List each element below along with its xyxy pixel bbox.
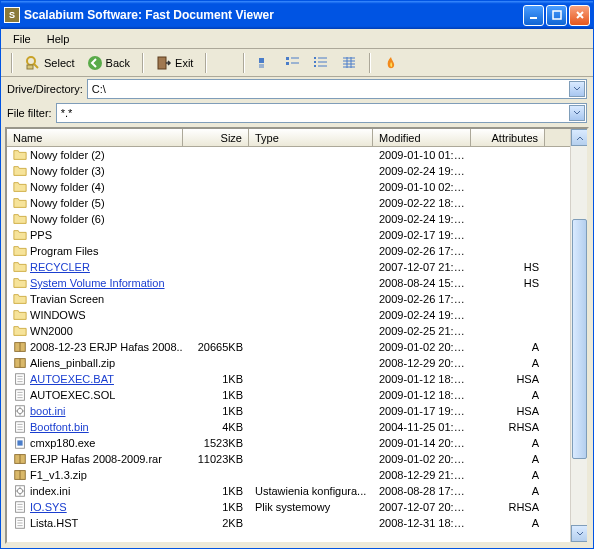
file-type: Ustawienia konfigura... — [249, 485, 373, 497]
details-icon — [341, 55, 357, 71]
drive-label: Drive/Directory: — [7, 83, 83, 95]
file-name: Aliens_pinball.zip — [30, 357, 115, 369]
file-modified: 2009-01-02 20:2... — [373, 453, 471, 465]
file-modified: 2008-12-29 20:5... — [373, 357, 471, 369]
table-row[interactable]: boot.ini1KB2009-01-17 19:0...HSA — [7, 403, 587, 419]
file-icon — [13, 388, 27, 402]
file-modified: 2009-01-10 01:2... — [373, 149, 471, 161]
table-row[interactable]: WN20002009-02-25 21:4... — [7, 323, 587, 339]
scroll-thumb[interactable] — [572, 219, 587, 459]
svg-rect-0 — [530, 17, 537, 19]
file-icon — [13, 404, 27, 418]
file-name: AUTOEXEC.SOL — [30, 389, 115, 401]
column-type[interactable]: Type — [249, 129, 373, 146]
file-icon — [13, 228, 27, 242]
table-row[interactable]: Nowy folder (5)2009-02-22 18:1... — [7, 195, 587, 211]
svg-rect-7 — [286, 57, 289, 60]
drive-dropdown-button[interactable] — [569, 81, 585, 97]
file-name: Nowy folder (3) — [30, 165, 105, 177]
table-row[interactable]: Bootfont.bin4KB2004-11-25 01:0...RHSA — [7, 419, 587, 435]
table-row[interactable]: Nowy folder (6)2009-02-24 19:1... — [7, 211, 587, 227]
table-row[interactable]: Aliens_pinball.zip2008-12-29 20:5...A — [7, 355, 587, 371]
vertical-scrollbar[interactable] — [570, 129, 587, 542]
svg-rect-5 — [158, 57, 166, 69]
view-list-button[interactable] — [309, 53, 333, 73]
table-row[interactable]: System Volume Information2008-08-24 15:1… — [7, 275, 587, 291]
table-row[interactable]: RECYCLER2007-12-07 21:2...HS — [7, 259, 587, 275]
table-row[interactable]: index.ini1KBUstawienia konfigura...2008-… — [7, 483, 587, 499]
file-attributes: A — [471, 517, 545, 529]
file-size: 20665KB — [183, 341, 249, 353]
column-size[interactable]: Size — [183, 129, 249, 146]
table-row[interactable]: cmxp180.exe1523KB2009-01-14 20:4...A — [7, 435, 587, 451]
app-window: S Scalabium Software: Fast Document View… — [0, 0, 594, 549]
column-attributes[interactable]: Attributes — [471, 129, 545, 146]
file-name: System Volume Information — [30, 277, 165, 289]
file-modified: 2009-01-02 20:2... — [373, 341, 471, 353]
file-icon — [13, 484, 27, 498]
file-attributes: HS — [471, 277, 545, 289]
table-row[interactable]: IO.SYS1KBPlik systemowy2007-12-07 20:2..… — [7, 499, 587, 515]
scroll-down-button[interactable] — [571, 525, 588, 542]
app-icon: S — [4, 7, 20, 23]
file-modified: 2009-01-10 02:0... — [373, 181, 471, 193]
minimize-button[interactable] — [523, 5, 544, 26]
maximize-button[interactable] — [546, 5, 567, 26]
column-modified[interactable]: Modified — [373, 129, 471, 146]
table-row[interactable]: WINDOWS2009-02-24 19:3... — [7, 307, 587, 323]
filter-combo[interactable]: *.* — [56, 103, 587, 123]
table-row[interactable]: ERJP Hafas 2008-2009.rar11023KB2009-01-0… — [7, 451, 587, 467]
table-row[interactable]: AUTOEXEC.BAT1KB2009-01-12 18:5...HSA — [7, 371, 587, 387]
file-modified: 2009-02-17 19:0... — [373, 229, 471, 241]
table-row[interactable]: Nowy folder (3)2009-02-24 19:2... — [7, 163, 587, 179]
file-name: 2008-12-23 ERJP Hafas 2008... — [30, 341, 183, 353]
table-row[interactable]: AUTOEXEC.SOL1KB2009-01-12 18:1...A — [7, 387, 587, 403]
drive-bar: Drive/Directory: C:\ — [1, 77, 593, 101]
file-modified: 2009-02-24 19:2... — [373, 165, 471, 177]
table-row[interactable]: PPS2009-02-17 19:0... — [7, 227, 587, 243]
refresh-button[interactable] — [379, 53, 403, 73]
svg-rect-9 — [314, 57, 316, 59]
table-row[interactable]: Program Files2009-02-26 17:5... — [7, 243, 587, 259]
back-button[interactable]: Back — [83, 53, 134, 73]
file-name: Bootfont.bin — [30, 421, 89, 433]
file-icon — [13, 148, 27, 162]
file-name: Program Files — [30, 245, 98, 257]
close-button[interactable] — [569, 5, 590, 26]
table-row[interactable]: F1_v1.3.zip2008-12-29 21:0...A — [7, 467, 587, 483]
table-row[interactable]: Lista.HST2KB2008-12-31 18:2...A — [7, 515, 587, 531]
svg-rect-20 — [17, 440, 22, 445]
file-name: WN2000 — [30, 325, 73, 337]
table-row[interactable]: 2008-12-23 ERJP Hafas 2008...20665KB2009… — [7, 339, 587, 355]
maximize-icon — [552, 10, 562, 20]
drive-combo[interactable]: C:\ — [87, 79, 587, 99]
file-modified: 2009-01-12 18:5... — [373, 373, 471, 385]
file-icon — [13, 180, 27, 194]
toolbar-separator — [205, 53, 207, 73]
table-row[interactable]: Nowy folder (2)2009-01-10 01:2... — [7, 147, 587, 163]
file-icon — [13, 372, 27, 386]
table-row[interactable]: Travian Screen2009-02-26 17:3... — [7, 291, 587, 307]
table-row[interactable]: Nowy folder (4)2009-01-10 02:0... — [7, 179, 587, 195]
svg-rect-10 — [314, 61, 316, 63]
scroll-up-button[interactable] — [571, 129, 588, 146]
exit-button[interactable]: Exit — [152, 53, 197, 73]
select-button[interactable]: Select — [21, 53, 79, 73]
svg-rect-8 — [286, 62, 289, 65]
view-small-icons-button[interactable] — [281, 53, 305, 73]
menu-help[interactable]: Help — [39, 31, 78, 47]
titlebar[interactable]: S Scalabium Software: Fast Document View… — [1, 1, 593, 29]
file-name: Nowy folder (2) — [30, 149, 105, 161]
file-name: boot.ini — [30, 405, 65, 417]
svg-point-2 — [27, 57, 35, 65]
file-modified: 2008-08-28 17:1... — [373, 485, 471, 497]
filter-bar: File filter: *.* — [1, 101, 593, 125]
list-body: Nowy folder (2)2009-01-10 01:2...Nowy fo… — [7, 147, 587, 542]
menu-file[interactable]: File — [5, 31, 39, 47]
column-name[interactable]: Name — [7, 129, 183, 146]
view-details-button[interactable] — [337, 53, 361, 73]
file-attributes: A — [471, 469, 545, 481]
toolbar-separator — [142, 53, 144, 73]
filter-dropdown-button[interactable] — [569, 105, 585, 121]
view-large-icons-button[interactable] — [253, 53, 277, 73]
